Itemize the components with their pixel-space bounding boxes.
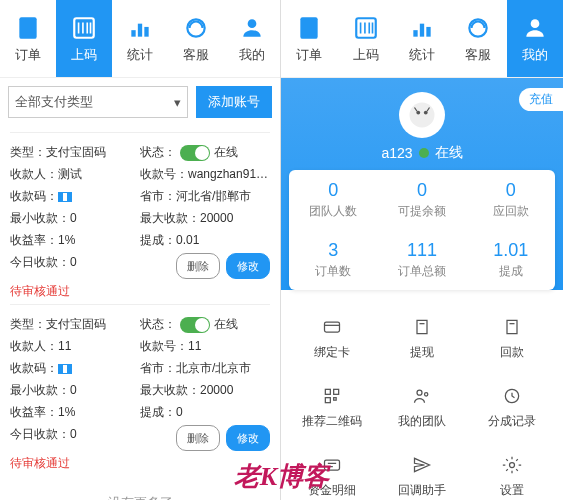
- stats-icon: [126, 14, 154, 42]
- profile-hero: 充值 a123在线 0团队人数 0可提余额 0应回款 3订单数 111订单总额 …: [281, 78, 563, 290]
- edit-button[interactable]: 修改: [226, 253, 270, 279]
- svg-rect-10: [420, 23, 424, 36]
- qr-icon: [70, 14, 98, 42]
- grid-callback[interactable]: 回调助手: [377, 442, 467, 500]
- grid-detail[interactable]: 资金明细: [287, 442, 377, 500]
- refund-icon: [501, 316, 523, 338]
- online-dot-icon: [419, 148, 429, 158]
- delete-button[interactable]: 删除: [176, 253, 220, 279]
- svg-point-22: [417, 390, 422, 395]
- recharge-button[interactable]: 充值: [519, 88, 563, 111]
- menu-grid: 绑定卡 提现 回款 推荐二维码 我的团队 分成记录 资金明细 回调助手 设置: [281, 298, 563, 500]
- svg-rect-4: [144, 26, 148, 36]
- stats-icon: [408, 14, 436, 42]
- tab-order[interactable]: 订单: [281, 0, 337, 77]
- qrcode-icon[interactable]: [58, 192, 72, 202]
- stat-orders[interactable]: 3订单数: [289, 230, 378, 290]
- qrcode-icon: [321, 385, 343, 407]
- tab-my[interactable]: 我的: [507, 0, 563, 77]
- account-card: 类型：支付宝固码状态：在线 收款人：测试收款号：wangzhan911@.. 收…: [10, 132, 270, 304]
- chevron-down-icon: ▾: [174, 95, 181, 110]
- order-icon: [14, 14, 42, 42]
- pending-status: 待审核通过: [10, 455, 270, 472]
- grid-withdraw[interactable]: 提现: [377, 304, 467, 373]
- tab-qr[interactable]: 上码: [56, 0, 112, 77]
- callback-icon: [411, 454, 433, 476]
- tab-support[interactable]: 客服: [450, 0, 506, 77]
- tab-support[interactable]: 客服: [168, 0, 224, 77]
- tab-stats[interactable]: 统计: [394, 0, 450, 77]
- tab-order[interactable]: 订单: [0, 0, 56, 77]
- tab-my[interactable]: 我的: [224, 0, 280, 77]
- svg-rect-19: [334, 389, 339, 394]
- username: a123: [381, 145, 412, 161]
- user-icon: [238, 14, 266, 42]
- svg-point-13: [530, 19, 539, 28]
- tab-qr[interactable]: 上码: [337, 0, 393, 77]
- qr-icon: [352, 14, 380, 42]
- stat-return[interactable]: 0应回款: [466, 170, 555, 230]
- svg-point-6: [248, 19, 257, 28]
- tabbar-right: 订单 上码 统计 客服 我的: [281, 0, 563, 78]
- online-status: 在线: [435, 144, 463, 162]
- pay-type-select[interactable]: 全部支付类型▾: [8, 86, 188, 118]
- stat-balance[interactable]: 0可提余额: [378, 170, 467, 230]
- grid-refund[interactable]: 回款: [467, 304, 557, 373]
- add-account-button[interactable]: 添加账号: [196, 86, 272, 118]
- no-more-text: 没有更多了: [0, 482, 280, 500]
- record-icon: [501, 385, 523, 407]
- grid-record[interactable]: 分成记录: [467, 373, 557, 442]
- pending-status: 待审核通过: [10, 283, 270, 300]
- support-icon: [464, 14, 492, 42]
- grid-team[interactable]: 我的团队: [377, 373, 467, 442]
- tab-stats[interactable]: 统计: [112, 0, 168, 77]
- account-card: 类型：支付宝固码状态：在线 收款人：11收款号：11 收款码：省市：北京市/北京…: [10, 304, 270, 476]
- pane-my: 订单 上码 统计 客服 我的 充值 a123在线 0团队人数 0可提余额 0应回…: [281, 0, 563, 500]
- detail-icon: [321, 454, 343, 476]
- edit-button[interactable]: 修改: [226, 425, 270, 451]
- svg-rect-17: [324, 322, 339, 332]
- svg-rect-18: [325, 389, 330, 394]
- delete-button[interactable]: 删除: [176, 425, 220, 451]
- pane-shangma: 订单 上码 统计 客服 我的 全部支付类型▾ 添加账号 类型：支付宝固码状态：在…: [0, 0, 281, 500]
- stats-card: 0团队人数 0可提余额 0应回款 3订单数 111订单总额 1.01提成: [289, 170, 555, 290]
- svg-rect-25: [324, 460, 339, 470]
- stat-team[interactable]: 0团队人数: [289, 170, 378, 230]
- grid-qrcode[interactable]: 推荐二维码: [287, 373, 377, 442]
- status-toggle[interactable]: [180, 317, 210, 333]
- svg-rect-7: [301, 17, 318, 39]
- team-icon: [411, 385, 433, 407]
- user-icon: [521, 14, 549, 42]
- status-toggle[interactable]: [180, 145, 210, 161]
- withdraw-icon: [411, 316, 433, 338]
- order-icon: [295, 14, 323, 42]
- card-icon: [321, 316, 343, 338]
- grid-settings[interactable]: 设置: [467, 442, 557, 500]
- avatar[interactable]: [399, 92, 445, 138]
- svg-rect-21: [334, 398, 337, 401]
- stat-total[interactable]: 111订单总额: [378, 230, 467, 290]
- svg-point-23: [424, 393, 427, 396]
- svg-rect-9: [413, 30, 417, 36]
- svg-rect-0: [19, 17, 36, 39]
- settings-icon: [501, 454, 523, 476]
- tabbar-left: 订单 上码 统计 客服 我的: [0, 0, 280, 78]
- support-icon: [182, 14, 210, 42]
- svg-rect-2: [131, 30, 135, 36]
- svg-point-14: [410, 103, 435, 128]
- svg-rect-11: [426, 26, 430, 36]
- svg-point-26: [509, 463, 514, 468]
- grid-bindcard[interactable]: 绑定卡: [287, 304, 377, 373]
- qrcode-icon[interactable]: [58, 364, 72, 374]
- svg-rect-20: [325, 398, 330, 403]
- stat-comm[interactable]: 1.01提成: [466, 230, 555, 290]
- svg-rect-3: [138, 23, 142, 36]
